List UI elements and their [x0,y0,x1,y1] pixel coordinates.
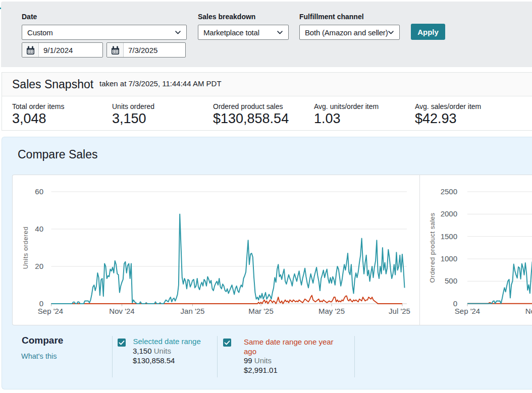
svg-text:20: 20 [35,262,43,270]
svg-text:Nov '24: Nov '24 [525,307,532,315]
svg-text:40: 40 [35,224,43,233]
svg-text:Sep '24: Sep '24 [455,307,480,315]
svg-text:1000: 1000 [441,254,457,263]
svg-text:Jan '25: Jan '25 [181,307,205,315]
svg-text:Sep '24: Sep '24 [38,307,63,315]
svg-text:May '25: May '25 [318,307,345,315]
svg-text:Nov '24: Nov '24 [109,307,134,315]
svg-text:60: 60 [35,187,43,196]
svg-text:1500: 1500 [441,232,457,241]
svg-text:Jul '25: Jul '25 [389,307,410,315]
svg-text:2500: 2500 [441,187,457,196]
svg-text:Mar '25: Mar '25 [248,307,274,315]
svg-text:2000: 2000 [441,209,457,218]
svg-text:Units ordered: Units ordered [22,227,29,269]
svg-text:500: 500 [445,276,457,285]
svg-text:Ordered product sales: Ordered product sales [429,212,436,283]
